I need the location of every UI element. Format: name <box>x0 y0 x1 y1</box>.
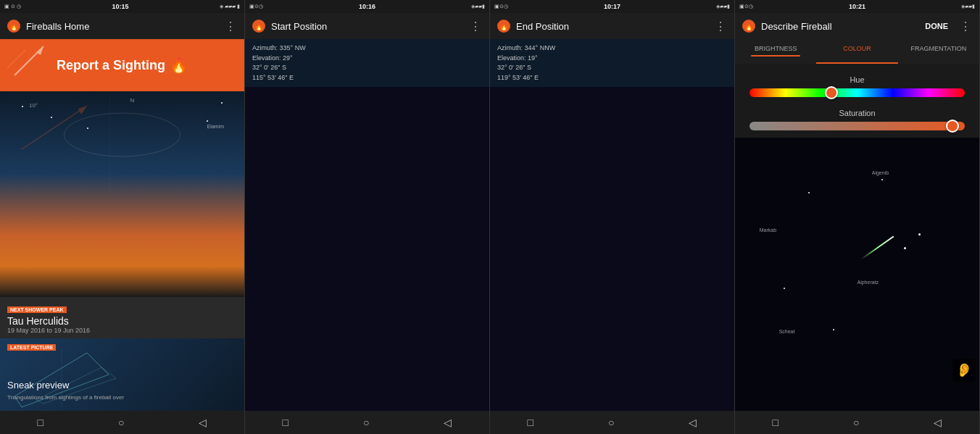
ear-icon-4[interactable]: 👂 <box>952 359 976 382</box>
bottom-nav-1: □ ○ ◁ <box>0 411 244 434</box>
menu-button-4[interactable]: ⋮ <box>960 20 972 33</box>
nav-square-1[interactable]: □ <box>38 417 43 428</box>
nav-back-2[interactable]: ◁ <box>444 417 452 428</box>
azimuth-info-3: Azimuth: 344° NNW Elevation: 19° 32° 0' … <box>490 39 734 87</box>
signal-strength-1: ▰▰▰ <box>225 4 236 9</box>
status-icons-left-3: ▣⊙◷ <box>494 4 508 9</box>
nav-square-2[interactable]: □ <box>283 417 288 428</box>
preview-star-1 <box>881 179 883 180</box>
latest-subtitle: Triangulations from sightings of a fireb… <box>7 394 124 401</box>
status-icons-right-2: ◈▰▰▮ <box>471 4 485 9</box>
status-time-1: 10:15 <box>112 3 128 10</box>
elevation-line-2: Elevation: 29° <box>252 54 482 64</box>
nav-circle-3[interactable]: ○ <box>608 417 614 428</box>
menu-button-1[interactable]: ⋮ <box>225 20 237 33</box>
azimuth-line-3: Azimuth: 344° NNW <box>497 43 727 54</box>
lon-line-3: 119° 53' 46" E <box>497 73 727 83</box>
signal-icon-3: ▣⊙◷ <box>494 4 508 9</box>
app-bar-4: 🔥 Describe Fireball DONE ⋮ <box>735 13 979 39</box>
nav-square-3[interactable]: □ <box>528 417 533 428</box>
arrow-decoration <box>0 39 58 83</box>
svg-marker-1 <box>36 46 43 55</box>
svg-line-2 <box>7 50 25 68</box>
fireball-logo-1: 🔥 <box>7 20 20 33</box>
battery-icon-3: ◈▰▰▮ <box>716 4 730 9</box>
report-sighting-text: Report a Sighting <box>57 58 165 73</box>
status-time-4: 10:21 <box>849 3 865 10</box>
location-icon-1: ◈ <box>220 4 223 9</box>
status-bar-2: ▣⊙◷ 10:16 ◈▰▰▮ <box>245 0 489 13</box>
nav-circle-4[interactable]: ○ <box>853 417 859 428</box>
bottom-nav-4: □ ○ ◁ <box>735 411 979 434</box>
signal-icon-2: ▣⊙◷ <box>249 4 263 9</box>
app-bar-2: 🔥 Start Position ⋮ <box>245 13 489 39</box>
bottom-nav-3: □ ○ ◁ <box>490 411 734 434</box>
tab-brightness[interactable]: BRIGHTNESS <box>735 39 816 64</box>
nav-circle-1[interactable]: ○ <box>118 417 124 428</box>
menu-button-3[interactable]: ⋮ <box>715 20 727 33</box>
status-time-3: 10:17 <box>604 3 620 10</box>
preview-star-3 <box>918 233 921 235</box>
panel-content-4: Hue Saturation Algenib Markab Alphe <box>735 64 979 411</box>
preview-markab: Markab <box>760 228 776 233</box>
battery-icon-1: ▮ <box>237 4 240 9</box>
latest-picture-section[interactable]: LATEST PICTURE Sneak preview Triangulati… <box>0 338 244 411</box>
sky-preview: Algenib Markab Alpheratz Scheat 👂 <box>735 138 979 411</box>
status-icons-right-4: ◈▰▰▮ <box>961 4 975 9</box>
shower-date: 19 May 2016 to 19 Jun 2016 <box>7 327 237 334</box>
phone-panel-1: ▣ ⊙ ◷ 10:15 ◈ ▰▰▰ ▮ 🔥 Fireballs Home ⋮ R… <box>0 0 245 434</box>
sky-section-1: 10° N Elamim <box>0 91 244 297</box>
nav-back-3[interactable]: ◁ <box>689 417 697 428</box>
status-bar-1: ▣ ⊙ ◷ 10:15 ◈ ▰▰▰ ▮ <box>0 0 244 13</box>
nav-square-4[interactable]: □ <box>773 417 778 428</box>
preview-star-6 <box>904 247 906 249</box>
app-bar-1: 🔥 Fireballs Home ⋮ <box>0 13 244 39</box>
fireball-logo-3: 🔥 <box>497 20 510 33</box>
preview-star-4 <box>784 288 785 289</box>
panel-content-2: 50° 40° NW NNW 310° 320° 330° 340° 20° A… <box>245 87 489 411</box>
phone-panel-3: ▣⊙◷ 10:17 ◈▰▰▮ 🔥 End Position ⋮ Azimuth:… <box>490 0 735 434</box>
battery-icon-2: ◈▰▰▮ <box>471 4 485 9</box>
status-icons-left-1: ▣ ⊙ ◷ <box>4 4 21 9</box>
nav-circle-2[interactable]: ○ <box>363 417 369 428</box>
nav-back-1[interactable]: ◁ <box>199 417 207 428</box>
fireball-logo-2: 🔥 <box>252 20 265 33</box>
status-bar-4: ▣⊙◷ 10:21 ◈▰▰▮ <box>735 0 979 13</box>
app-bar-title-3: End Position <box>516 21 709 32</box>
svg-point-3 <box>65 113 180 157</box>
sat-thumb[interactable] <box>946 120 959 133</box>
menu-button-2[interactable]: ⋮ <box>470 20 482 33</box>
fireball-logo-4: 🔥 <box>742 20 755 33</box>
report-sighting-icon: 🔥 <box>170 57 188 74</box>
nav-back-4[interactable]: ◁ <box>934 417 942 428</box>
fireball-streak-preview <box>860 235 894 259</box>
app-bar-title-4: Describe Fireball <box>761 21 919 32</box>
sat-label: Saturation <box>749 109 965 117</box>
slider-container: Hue Saturation <box>735 64 979 138</box>
signal-icon-1: ▣ <box>4 4 9 9</box>
done-button[interactable]: DONE <box>925 22 948 30</box>
tab-brightness-label: BRIGHTNESS <box>755 45 797 52</box>
tab-colour[interactable]: COLOUR <box>816 39 897 64</box>
brightness-underline <box>751 55 800 57</box>
status-icons-right-3: ◈▰▰▮ <box>716 4 730 9</box>
sat-slider[interactable] <box>749 122 965 130</box>
azimuth-line-2: Azimuth: 335° NW <box>252 43 482 54</box>
phone-panel-2: ▣⊙◷ 10:16 ◈▰▰▮ 🔥 Start Position ⋮ Azimut… <box>245 0 490 434</box>
tabs-row: BRIGHTNESS COLOUR FRAGMENTATION <box>735 39 979 64</box>
status-icons-right-1: ◈ ▰▰▰ ▮ <box>220 4 240 9</box>
signal-icon-4: ▣⊙◷ <box>739 4 753 9</box>
hue-thumb[interactable] <box>825 86 838 99</box>
tab-fragmentation[interactable]: FRAGMENTATION <box>898 39 979 64</box>
latest-title: Sneak preview <box>7 380 69 391</box>
latest-badge: LATEST PICTURE <box>7 344 56 351</box>
app-bar-3: 🔥 End Position ⋮ <box>490 13 734 39</box>
status-icons-left-4: ▣⊙◷ <box>739 4 753 9</box>
report-sighting-banner[interactable]: Report a Sighting 🔥 <box>0 39 244 91</box>
hue-slider[interactable] <box>749 88 965 97</box>
panel-content-3: 40° 30° N NNW 330° 340° 350° 10° Hamal A… <box>490 87 734 411</box>
app-bar-title-1: Fireballs Home <box>26 21 219 32</box>
preview-star-2 <box>808 192 810 193</box>
bottom-nav-2: □ ○ ◁ <box>245 411 489 434</box>
status-icons-left-2: ▣⊙◷ <box>249 4 263 9</box>
